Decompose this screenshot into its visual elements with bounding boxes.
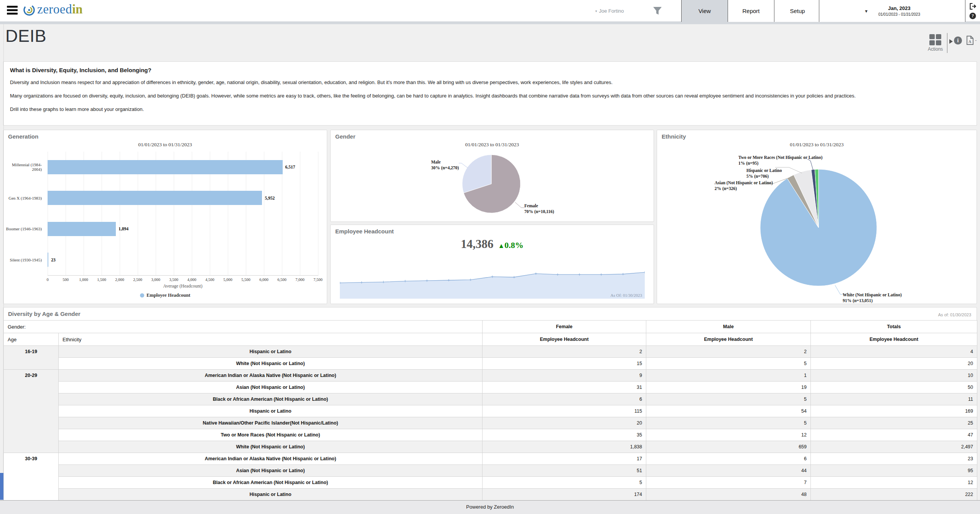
- zeroedin-logo[interactable]: zeroedin: [22, 2, 82, 17]
- legend-label: Employee Headcount: [147, 293, 190, 298]
- filter-icon[interactable]: [652, 5, 663, 18]
- x-axis-line: [48, 275, 318, 276]
- bar-4[interactable]: [48, 253, 48, 267]
- logo-text-in: in: [72, 2, 83, 17]
- bar-1[interactable]: [48, 160, 283, 174]
- user-menu[interactable]: ▾ Joe Fortino: [595, 8, 624, 14]
- table-row: Hispanic or Latino11554169: [4, 405, 977, 417]
- tab-setup[interactable]: Setup: [774, 0, 820, 22]
- gridline: [318, 152, 318, 275]
- x-tick-label: 1,500: [97, 278, 106, 282]
- date-label: Jan, 2023: [878, 5, 920, 11]
- export-caret[interactable]: -: [975, 37, 977, 43]
- male-headcount-cell: 5: [646, 393, 811, 405]
- chart-legend[interactable]: Employee Headcount: [3, 293, 327, 298]
- bar-value-label: 5,952: [265, 196, 275, 200]
- info-icon[interactable]: i: [954, 36, 962, 45]
- table-header-row-gender: Gender: Female Male Totals: [4, 321, 977, 333]
- x-tick-label: 7,000: [295, 278, 305, 282]
- ethnicity-cell: Black or African American (Not Hispanic …: [59, 477, 483, 489]
- tab-report[interactable]: Report: [728, 0, 774, 22]
- table-row: Asian (Not Hispanic or Latino)514495: [4, 465, 977, 477]
- intro-heading: What is Diversity, Equity, Inclusion, an…: [10, 67, 970, 73]
- ethnicity-cell: Asian (Not Hispanic or Latino): [59, 382, 483, 393]
- column-header-totals: Totals: [811, 321, 977, 333]
- female-headcount-cell: 5: [483, 477, 646, 489]
- ethnicity-cell: Black or African American (Not Hispanic …: [59, 393, 483, 405]
- male-headcount-cell: 2: [646, 346, 811, 358]
- collapse-arrow-icon[interactable]: [949, 39, 953, 44]
- female-headcount-cell: 9: [483, 370, 646, 382]
- tab-view[interactable]: View: [681, 0, 728, 22]
- male-headcount-cell: 6: [646, 453, 811, 465]
- ethnicity-cell: Two or More Races (Not Hispanic or Latin…: [59, 429, 483, 441]
- intro-paragraph-2: Many organizations are focused on divers…: [10, 93, 970, 99]
- ethnicity-cell: American Indian or Alaska Native (Not Hi…: [59, 453, 483, 465]
- corner-icons: ?: [965, 0, 980, 22]
- bar-row: 1,894: [48, 213, 318, 245]
- total-headcount-cell: 25: [811, 417, 977, 429]
- male-headcount-cell: 5: [646, 417, 811, 429]
- table-row: 20-29American Indian or Alaska Native (N…: [4, 370, 977, 382]
- pie-label-female: Female 70% (n=10,116): [524, 203, 554, 215]
- actions-button[interactable]: Actions: [928, 34, 943, 52]
- ethnicity-cell: American Indian or Alaska Native (Not Hi…: [59, 370, 483, 382]
- table-row: 30-39American Indian or Alaska Native (N…: [4, 453, 977, 465]
- total-headcount-cell: 4: [811, 346, 977, 358]
- age-group-cell: 20-29: [4, 370, 59, 453]
- actions-label: Actions: [928, 46, 943, 52]
- female-headcount-cell: 115: [483, 405, 646, 417]
- age-group-cell: 30-39: [4, 453, 59, 501]
- female-headcount-cell: 51: [483, 465, 646, 477]
- subheader-employee-headcount: Employee Headcount: [646, 333, 811, 346]
- x-tick-label: 7,500: [313, 278, 323, 282]
- ethnicity-cell: Hispanic or Latino: [59, 346, 483, 358]
- menu-icon[interactable]: [7, 6, 18, 16]
- bar-3[interactable]: [48, 222, 116, 236]
- help-icon[interactable]: ?: [970, 13, 976, 19]
- total-headcount-cell: 169: [811, 405, 977, 417]
- female-headcount-cell: 35: [483, 429, 646, 441]
- headcount-area-chart[interactable]: [340, 268, 645, 299]
- subheader-employee-headcount: Employee Headcount: [811, 333, 977, 346]
- male-headcount-cell: 12: [646, 429, 811, 441]
- total-headcount-cell: 20: [811, 358, 977, 370]
- top-bar: zeroedin ▾ Joe Fortino View Report Setup…: [0, 0, 980, 22]
- export-pdf-icon[interactable]: A: [966, 36, 974, 46]
- bar-row: 5,952: [48, 183, 318, 214]
- female-headcount-cell: 31: [483, 382, 646, 393]
- gender-pie-chart[interactable]: [331, 130, 654, 222]
- column-header-female: Female: [483, 321, 646, 333]
- bar-2[interactable]: [48, 191, 262, 205]
- table-header-row-columns: Age Ethnicity Employee Headcount Employe…: [4, 333, 977, 346]
- pie-label-asian: Asian (Not Hispanic or Latino) 2% (n=326…: [715, 180, 773, 192]
- nav-tabs: View Report Setup: [681, 0, 820, 22]
- grid-icon: [929, 34, 942, 46]
- x-tick-label: 5,500: [241, 278, 250, 282]
- ethnicity-chart-card: Ethnicity 01/01/2023 to 01/31/2023 Two o…: [657, 130, 977, 304]
- chart-subtitle: 01/01/2023 to 01/31/2023: [3, 142, 327, 148]
- x-tick-label: 4,000: [187, 278, 196, 282]
- generation-bar-chart[interactable]: 6,5175,9521,89423: [48, 152, 318, 275]
- left-scrollbar-thumb[interactable]: [0, 473, 3, 500]
- chevron-down-icon: ▾: [595, 9, 597, 13]
- ethnicity-cell: White (Not Hispanic or Latino): [59, 441, 483, 453]
- ethnicity-cell: Native Hawaiian/Other Pacific Islander(N…: [59, 417, 483, 429]
- generation-chart-card: Generation 01/01/2023 to 01/31/2023 Mill…: [3, 130, 327, 304]
- up-triangle-icon: ▲: [498, 242, 504, 250]
- male-headcount-cell: 659: [646, 441, 811, 453]
- table-row: White (Not Hispanic or Latino)1,8386592,…: [4, 441, 977, 453]
- female-headcount-cell: 20: [483, 417, 646, 429]
- intro-paragraph-1: Diversity and Inclusion means respect fo…: [10, 79, 970, 85]
- column-header-male: Male: [646, 321, 811, 333]
- bar-category-label: Gen X (1964-1983): [3, 183, 44, 214]
- actions-toolbar: Actions i A -: [922, 33, 980, 55]
- table-row: 16-19Hispanic or Latino224: [4, 346, 977, 358]
- x-tick-label: 1,000: [79, 278, 88, 282]
- bar-category-label: Millennial (1984-2004): [3, 152, 44, 183]
- total-headcount-cell: 50: [811, 382, 977, 393]
- date-range-selector[interactable]: ▼ Jan, 2023 01/01/2023 - 01/31/2023: [819, 0, 965, 22]
- card-title: Employee Headcount: [335, 228, 394, 235]
- logout-icon[interactable]: [969, 3, 977, 12]
- female-headcount-cell: 1,838: [483, 441, 646, 453]
